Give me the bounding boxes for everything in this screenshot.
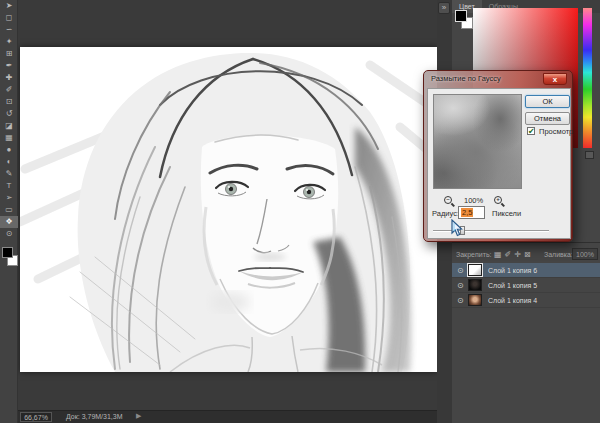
eraser-tool-button[interactable]: ◪ xyxy=(0,120,18,132)
move-tool-button[interactable]: ➤ xyxy=(0,0,18,12)
units-label: Пиксели xyxy=(492,209,521,218)
canvas-sketch-portrait[interactable] xyxy=(20,47,437,372)
pen-tool-button[interactable]: ✎ xyxy=(0,168,18,180)
radius-input[interactable]: 2,5 xyxy=(458,206,485,219)
radius-value-selected: 2,5 xyxy=(461,208,473,217)
blur-tool-button[interactable]: ● xyxy=(0,144,18,156)
radius-slider-thumb[interactable] xyxy=(460,226,465,235)
layer-visibility-eye-icon[interactable]: ⊙ xyxy=(457,266,464,275)
clone-stamp-tool-button[interactable]: ⊡ xyxy=(0,96,18,108)
layer-row-copy5[interactable]: ⊙ Слой 1 копия 5 xyxy=(452,278,600,293)
blur-preview-thumbnail[interactable] xyxy=(433,94,522,189)
dialog-body: – 100% + Радиус: 2,5 Пиксели ОК Отмена ✔… xyxy=(427,88,571,239)
layer-name: Слой 1 копия 4 xyxy=(488,297,537,304)
layer-thumbnail[interactable] xyxy=(468,264,482,276)
status-options-arrow-icon[interactable]: ▶ xyxy=(136,412,141,420)
layer-row-copy4[interactable]: ⊙ Слой 1 копия 4 xyxy=(452,293,600,308)
ok-button[interactable]: ОК xyxy=(525,95,570,108)
history-brush-tool-button[interactable]: ↺ xyxy=(0,108,18,120)
shape-tool-button[interactable]: ▭ xyxy=(0,204,18,216)
tools-panel: ➤ ◻ ∽ ✦ ⊞ ✒ ✚ ✐ ⊡ ↺ ◪ ▦ ● ◐ ✎ T ➢ ▭ ❖ ⊙ xyxy=(0,0,18,423)
layer-visibility-eye-icon[interactable]: ⊙ xyxy=(457,281,464,290)
layer-visibility-eye-icon[interactable]: ⊙ xyxy=(457,296,464,305)
eyedropper-tool-button[interactable]: ✒ xyxy=(0,60,18,72)
zoom-in-icon[interactable]: + xyxy=(494,196,502,204)
cancel-button[interactable]: Отмена xyxy=(525,112,570,125)
preview-checkbox-label: Просмотр xyxy=(539,127,573,136)
radius-label: Радиус: xyxy=(432,209,459,218)
zoom-out-icon[interactable]: – xyxy=(444,196,452,204)
preview-zoom-level: 100% xyxy=(464,196,483,205)
layer-thumbnail[interactable] xyxy=(468,294,482,306)
layer-lock-row: Закрепить: ▦✐✛⊠ Заливка: 100% xyxy=(452,247,600,262)
path-selection-tool-button[interactable]: ➢ xyxy=(0,192,18,204)
preview-checkbox[interactable]: ✔ xyxy=(527,127,535,135)
dialog-title: Размытие по Гауссу xyxy=(431,74,501,83)
crop-tool-button[interactable]: ⊞ xyxy=(0,48,18,60)
layer-name: Слой 1 копия 5 xyxy=(488,282,537,289)
zoom-tool-button[interactable]: ⊙ xyxy=(0,228,18,240)
document-size-info: Док: 3,79М/31,3М xyxy=(66,413,123,420)
photoshop-window: ➤ ◻ ∽ ✦ ⊞ ✒ ✚ ✐ ⊡ ↺ ◪ ▦ ● ◐ ✎ T ➢ ▭ ❖ ⊙ xyxy=(0,0,600,423)
brush-tool-button[interactable]: ✐ xyxy=(0,84,18,96)
layer-name: Слой 1 копия 6 xyxy=(488,267,537,274)
layers-panel: Закрепить: ▦✐✛⊠ Заливка: 100% ⊙ Слой 1 к… xyxy=(452,242,600,423)
panel-resize-grip[interactable] xyxy=(585,151,594,159)
zoom-percent-field[interactable]: 66,67% xyxy=(20,412,52,422)
sketch-portrait-image xyxy=(20,47,437,372)
quick-selection-tool-button[interactable]: ✦ xyxy=(0,36,18,48)
gaussian-blur-dialog: Размытие по Гауссу x – 100% + Радиус: 2,… xyxy=(423,70,573,242)
hue-slider-bar[interactable] xyxy=(583,8,592,148)
close-icon[interactable]: x xyxy=(543,73,567,85)
layer-thumbnail[interactable] xyxy=(468,279,482,291)
fill-value-dropdown[interactable]: 100% xyxy=(572,248,598,260)
type-tool-button[interactable]: T xyxy=(0,180,18,192)
fill-label: Заливка: xyxy=(544,251,573,258)
status-bar: 66,67% Док: 3,79М/31,3М ▶ xyxy=(18,410,437,423)
foreground-color-swatch[interactable] xyxy=(2,247,13,258)
healing-brush-tool-button[interactable]: ✚ xyxy=(0,72,18,84)
lock-icons[interactable]: ▦✐✛⊠ xyxy=(494,250,534,259)
lock-label: Закрепить: xyxy=(456,251,491,258)
gradient-tool-button[interactable]: ▦ xyxy=(0,132,18,144)
hand-tool-button[interactable]: ❖ xyxy=(0,216,18,228)
lasso-tool-button[interactable]: ∽ xyxy=(0,24,18,36)
marquee-tool-button[interactable]: ◻ xyxy=(0,12,18,24)
panel-foreground-swatch[interactable] xyxy=(455,10,467,22)
collapse-panels-icon[interactable]: » xyxy=(438,2,450,14)
dodge-tool-button[interactable]: ◐ xyxy=(0,156,18,168)
document-workarea: 66,67% Док: 3,79М/31,3М ▶ xyxy=(18,0,437,423)
radius-slider[interactable] xyxy=(433,230,549,232)
layer-row-copy6[interactable]: ⊙ Слой 1 копия 6 xyxy=(452,263,600,278)
